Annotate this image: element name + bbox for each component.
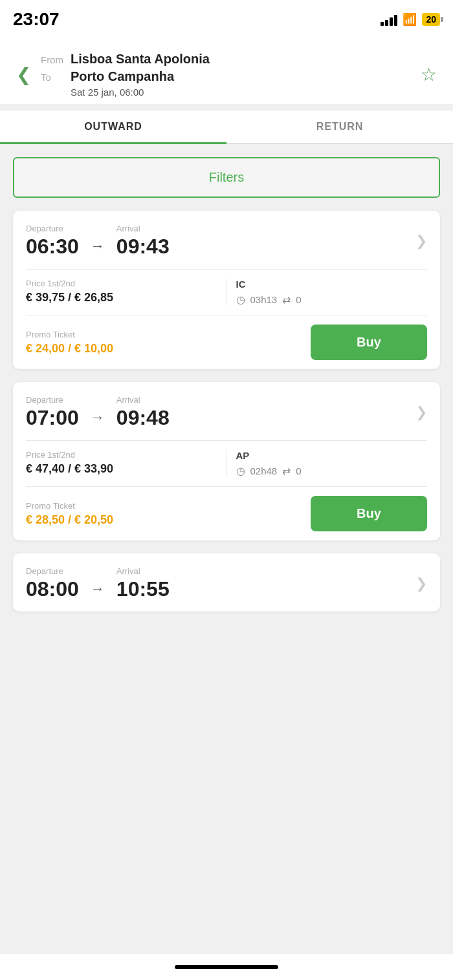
to-label: To	[41, 72, 65, 83]
time-row-1: Departure 06:30 → Arrival 09:43 ❯	[13, 211, 440, 269]
signal-icon	[381, 13, 397, 26]
wifi-icon: 📶	[403, 12, 417, 27]
time-info-2: Departure 07:00 → Arrival 09:48	[26, 395, 415, 430]
route-info: From Lisboa Santa Apolonia To Porto Camp…	[41, 52, 417, 98]
details-row-1: Price 1st/2nd € 39,75 / € 26,85 IC ◷ 03h…	[13, 270, 440, 315]
departure-block-2: Departure 07:00	[26, 395, 79, 430]
arrival-block-1: Arrival 09:43	[116, 224, 170, 259]
train-meta-2: ◷ 02h48 ⇄ 0	[236, 465, 428, 477]
home-indicator	[175, 965, 278, 969]
train-type-2: AP	[236, 450, 428, 461]
price-block-1: Price 1st/2nd € 39,75 / € 26,85	[26, 279, 226, 306]
train-block-1: IC ◷ 03h13 ⇄ 0	[227, 279, 428, 306]
promo-label-1: Promo Ticket	[26, 330, 311, 339]
promo-block-2: Promo Ticket € 28,50 / € 20,50	[26, 501, 311, 527]
promo-value-1: € 24,00 / € 10,00	[26, 342, 311, 356]
time-row-3: Departure 08:00 → Arrival 10:55 ❯	[13, 553, 440, 612]
transfers-2: 0	[296, 465, 301, 476]
from-label: From	[41, 54, 65, 65]
arrow-icon-3: →	[91, 581, 105, 597]
status-bar: 23:07 📶 20	[0, 0, 453, 39]
departure-label-2: Departure	[26, 395, 79, 405]
favorite-button[interactable]: ☆	[417, 61, 440, 89]
back-button[interactable]: ❮	[13, 63, 34, 87]
arrival-label-2: Arrival	[116, 395, 170, 405]
buy-button-2[interactable]: Buy	[311, 496, 427, 531]
price-label-2: Price 1st/2nd	[26, 450, 217, 460]
shuffle-icon-2: ⇄	[282, 465, 291, 477]
chevron-right-icon-1[interactable]: ❯	[415, 233, 427, 250]
promo-row-1: Promo Ticket € 24,00 / € 10,00 Buy	[13, 315, 440, 369]
departure-time-3: 08:00	[26, 577, 79, 601]
arrival-time-2: 09:48	[116, 406, 170, 430]
tab-return[interactable]: RETURN	[226, 111, 453, 143]
train-type-1: IC	[236, 279, 428, 290]
price-value-1: € 39,75 / € 26,85	[26, 291, 217, 304]
header: ❮ From Lisboa Santa Apolonia To Porto Ca…	[0, 39, 453, 104]
price-value-2: € 47,40 / € 33,90	[26, 462, 217, 476]
train-card-1: Departure 06:30 → Arrival 09:43 ❯ Price …	[13, 211, 440, 369]
details-row-2: Price 1st/2nd € 47,40 / € 33,90 AP ◷ 02h…	[13, 441, 440, 486]
tab-outward[interactable]: OUTWARD	[0, 111, 226, 143]
duration-1: 03h13	[250, 294, 278, 305]
battery-icon: 20	[422, 13, 440, 26]
status-time: 23:07	[13, 9, 60, 30]
from-city: Lisboa Santa Apolonia	[71, 52, 210, 67]
shuffle-icon-1: ⇄	[282, 293, 291, 306]
time-row-2: Departure 07:00 → Arrival 09:48 ❯	[13, 382, 440, 440]
arrival-label-1: Arrival	[116, 224, 170, 233]
clock-icon-2: ◷	[236, 465, 245, 477]
duration-2: 02h48	[250, 465, 278, 476]
price-block-2: Price 1st/2nd € 47,40 / € 33,90	[26, 450, 226, 477]
to-city: Porto Campanha	[71, 69, 174, 84]
departure-block-3: Departure 08:00	[26, 566, 79, 601]
promo-label-2: Promo Ticket	[26, 501, 311, 511]
arrival-block-2: Arrival 09:48	[116, 395, 170, 430]
arrival-block-3: Arrival 10:55	[116, 566, 170, 601]
chevron-right-icon-2[interactable]: ❯	[415, 404, 427, 421]
bottom-bar	[0, 954, 453, 980]
train-card-2: Departure 07:00 → Arrival 09:48 ❯ Price …	[13, 382, 440, 540]
arrow-icon-2: →	[91, 409, 105, 426]
price-label-1: Price 1st/2nd	[26, 279, 217, 288]
route-date: Sat 25 jan, 06:00	[71, 87, 417, 98]
time-info-3: Departure 08:00 → Arrival 10:55	[26, 566, 415, 601]
tabs: OUTWARD RETURN	[0, 111, 453, 144]
arrival-time-1: 09:43	[116, 235, 170, 259]
promo-block-1: Promo Ticket € 24,00 / € 10,00	[26, 330, 311, 356]
arrival-time-3: 10:55	[116, 577, 170, 601]
train-block-2: AP ◷ 02h48 ⇄ 0	[227, 450, 428, 477]
buy-button-1[interactable]: Buy	[311, 325, 427, 360]
chevron-right-icon-3[interactable]: ❯	[415, 575, 427, 592]
time-info-1: Departure 06:30 → Arrival 09:43	[26, 224, 415, 259]
arrival-label-3: Arrival	[116, 566, 170, 576]
departure-label-3: Departure	[26, 566, 79, 576]
train-card-3-partial: Departure 08:00 → Arrival 10:55 ❯	[13, 553, 440, 612]
departure-time-2: 07:00	[26, 406, 79, 430]
promo-row-2: Promo Ticket € 28,50 / € 20,50 Buy	[13, 487, 440, 540]
main-content: Filters Departure 06:30 → Arrival 09:43 …	[0, 144, 453, 637]
filters-button[interactable]: Filters	[13, 157, 440, 198]
clock-icon-1: ◷	[236, 293, 245, 306]
departure-time-1: 06:30	[26, 235, 79, 259]
departure-block-1: Departure 06:30	[26, 224, 79, 259]
departure-label-1: Departure	[26, 224, 79, 233]
status-icons: 📶 20	[381, 12, 440, 27]
train-meta-1: ◷ 03h13 ⇄ 0	[236, 293, 428, 306]
promo-value-2: € 28,50 / € 20,50	[26, 513, 311, 527]
transfers-1: 0	[296, 294, 301, 305]
arrow-icon-1: →	[91, 238, 105, 255]
